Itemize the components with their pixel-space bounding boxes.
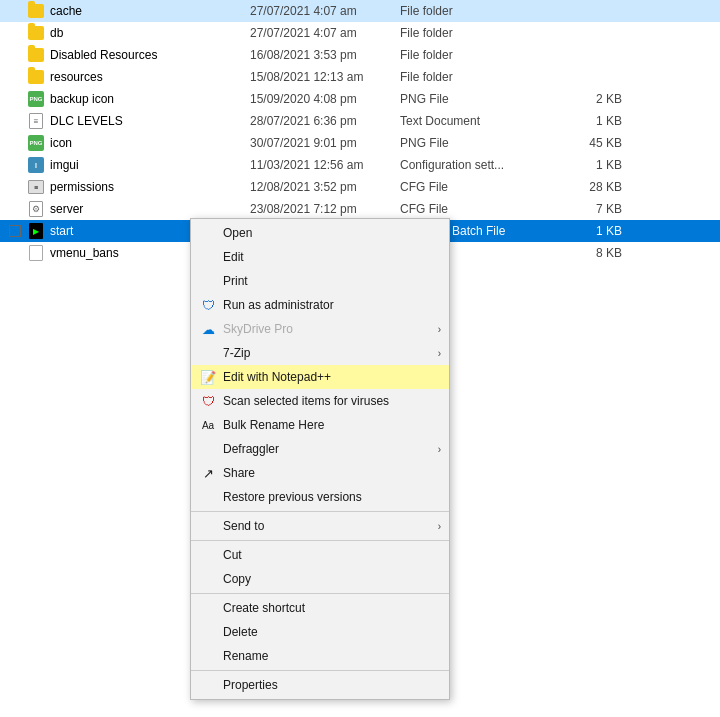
- file-name: icon: [50, 136, 250, 150]
- file-date: 23/08/2021 7:12 pm: [250, 202, 400, 216]
- file-checkbox[interactable]: ✓: [4, 225, 26, 237]
- file-date: 27/07/2021 4:07 am: [250, 26, 400, 40]
- context-menu-label: Open: [223, 226, 252, 240]
- context-menu-item-skydrive[interactable]: ☁SkyDrive Pro›: [191, 317, 449, 341]
- file-date: 28/07/2021 6:36 pm: [250, 114, 400, 128]
- file-name: backup icon: [50, 92, 250, 106]
- file-date: 15/08/2021 12:13 am: [250, 70, 400, 84]
- context-menu-item-restore[interactable]: Restore previous versions: [191, 485, 449, 509]
- context-menu-label: Delete: [223, 625, 258, 639]
- file-date: 16/08/2021 3:53 pm: [250, 48, 400, 62]
- context-menu-label: Defraggler: [223, 442, 279, 456]
- file-size: 1 KB: [550, 158, 630, 172]
- file-row[interactable]: PNGbackup icon15/09/2020 4:08 pmPNG File…: [0, 88, 720, 110]
- bulk-icon: Aa: [199, 416, 217, 434]
- file-type: File folder: [400, 26, 550, 40]
- file-row[interactable]: server23/08/2021 7:12 pmCFG File7 KB: [0, 198, 720, 220]
- file-type-icon: [26, 26, 46, 40]
- file-type: PNG File: [400, 92, 550, 106]
- scan-icon: 🛡: [199, 392, 217, 410]
- context-menu-item-7zip[interactable]: 7-Zip›: [191, 341, 449, 365]
- file-row[interactable]: ≡permissions12/08/2021 3:52 pmCFG File28…: [0, 176, 720, 198]
- file-name: DLC LEVELS: [50, 114, 250, 128]
- file-row[interactable]: resources15/08/2021 12:13 amFile folder: [0, 66, 720, 88]
- context-menu-label: Send to: [223, 519, 264, 533]
- context-menu-separator: [191, 511, 449, 512]
- context-menu-item-delete[interactable]: Delete: [191, 620, 449, 644]
- submenu-arrow-icon: ›: [438, 444, 441, 455]
- submenu-arrow-icon: ›: [438, 324, 441, 335]
- file-size: 2 KB: [550, 92, 630, 106]
- file-row[interactable]: Iimgui11/03/2021 12:56 amConfiguration s…: [0, 154, 720, 176]
- context-menu-label: Share: [223, 466, 255, 480]
- context-menu-item-properties[interactable]: Properties: [191, 673, 449, 697]
- file-name: imgui: [50, 158, 250, 172]
- checkbox-checked-icon: ✓: [9, 225, 21, 237]
- context-menu-label: Restore previous versions: [223, 490, 362, 504]
- context-menu-item-rename[interactable]: Rename: [191, 644, 449, 668]
- file-name: cache: [50, 4, 250, 18]
- file-row[interactable]: Disabled Resources16/08/2021 3:53 pmFile…: [0, 44, 720, 66]
- context-menu-item-open[interactable]: Open: [191, 221, 449, 245]
- context-menu-separator: [191, 670, 449, 671]
- context-menu-label: 7-Zip: [223, 346, 250, 360]
- file-size: 1 KB: [550, 114, 630, 128]
- context-menu: OpenEditPrint🛡Run as administrator☁SkyDr…: [190, 218, 450, 700]
- file-row[interactable]: cache27/07/2021 4:07 amFile folder: [0, 0, 720, 22]
- file-type: PNG File: [400, 136, 550, 150]
- file-type-icon: [26, 4, 46, 18]
- file-type-icon: [26, 223, 46, 239]
- context-menu-label: Create shortcut: [223, 601, 305, 615]
- file-type: Configuration sett...: [400, 158, 550, 172]
- context-menu-item-share[interactable]: ↗Share: [191, 461, 449, 485]
- file-type-icon: PNG: [26, 135, 46, 151]
- file-name: permissions: [50, 180, 250, 194]
- file-date: 15/09/2020 4:08 pm: [250, 92, 400, 106]
- context-menu-label: Rename: [223, 649, 268, 663]
- context-menu-item-run-as-admin[interactable]: 🛡Run as administrator: [191, 293, 449, 317]
- context-menu-label: Edit with Notepad++: [223, 370, 331, 384]
- file-type-icon: [26, 201, 46, 217]
- file-date: 27/07/2021 4:07 am: [250, 4, 400, 18]
- file-type: Text Document: [400, 114, 550, 128]
- file-row[interactable]: db27/07/2021 4:07 amFile folder: [0, 22, 720, 44]
- file-type-icon: [26, 48, 46, 62]
- file-date: 30/07/2021 9:01 pm: [250, 136, 400, 150]
- shield-icon: 🛡: [199, 296, 217, 314]
- context-menu-label: SkyDrive Pro: [223, 322, 293, 336]
- context-menu-label: Scan selected items for viruses: [223, 394, 389, 408]
- context-menu-label: Run as administrator: [223, 298, 334, 312]
- file-type-icon: I: [26, 157, 46, 173]
- context-menu-item-defraggler[interactable]: Defraggler›: [191, 437, 449, 461]
- file-row[interactable]: PNGicon30/07/2021 9:01 pmPNG File45 KB: [0, 132, 720, 154]
- file-name: server: [50, 202, 250, 216]
- context-menu-item-cut[interactable]: Cut: [191, 543, 449, 567]
- context-menu-item-create-shortcut[interactable]: Create shortcut: [191, 596, 449, 620]
- context-menu-item-edit[interactable]: Edit: [191, 245, 449, 269]
- file-type: File folder: [400, 70, 550, 84]
- file-type-icon: [26, 113, 46, 129]
- file-row[interactable]: DLC LEVELS28/07/2021 6:36 pmText Documen…: [0, 110, 720, 132]
- file-type-icon: [26, 70, 46, 84]
- file-name: db: [50, 26, 250, 40]
- skydrive-icon: ☁: [199, 320, 217, 338]
- file-size: 45 KB: [550, 136, 630, 150]
- file-name: resources: [50, 70, 250, 84]
- context-menu-label: Cut: [223, 548, 242, 562]
- file-date: 12/08/2021 3:52 pm: [250, 180, 400, 194]
- file-name: Disabled Resources: [50, 48, 250, 62]
- file-type: File folder: [400, 48, 550, 62]
- context-menu-item-scan-virus[interactable]: 🛡Scan selected items for viruses: [191, 389, 449, 413]
- file-size: 8 KB: [550, 246, 630, 260]
- context-menu-item-bulk-rename[interactable]: AaBulk Rename Here: [191, 413, 449, 437]
- context-menu-item-print[interactable]: Print: [191, 269, 449, 293]
- share-icon: ↗: [199, 464, 217, 482]
- file-size: 1 KB: [550, 224, 630, 238]
- context-menu-label: Copy: [223, 572, 251, 586]
- context-menu-item-edit-notepad[interactable]: 📝Edit with Notepad++: [191, 365, 449, 389]
- context-menu-label: Print: [223, 274, 248, 288]
- context-menu-separator: [191, 593, 449, 594]
- context-menu-label: Bulk Rename Here: [223, 418, 324, 432]
- context-menu-item-send-to[interactable]: Send to›: [191, 514, 449, 538]
- context-menu-item-copy[interactable]: Copy: [191, 567, 449, 591]
